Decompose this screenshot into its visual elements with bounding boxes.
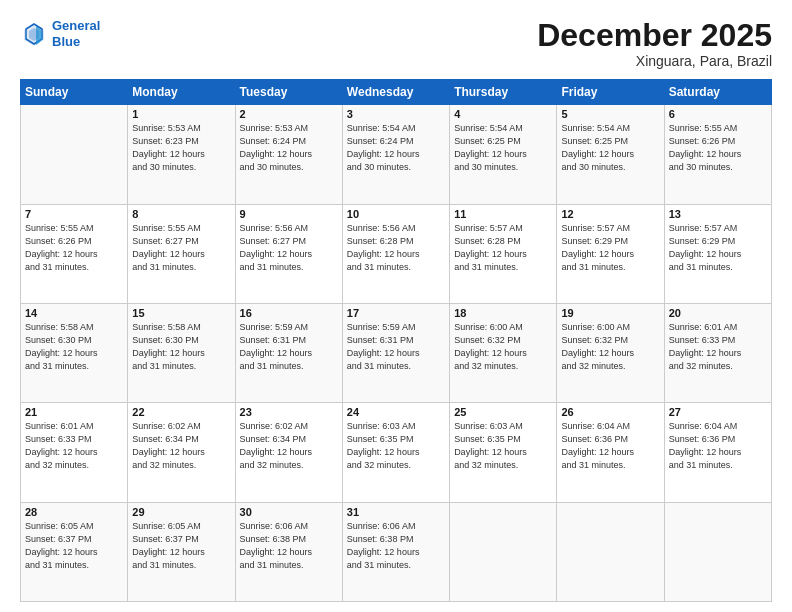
day-info: Sunrise: 5:59 AMSunset: 6:31 PMDaylight:… [240,321,338,373]
calendar-cell: 18Sunrise: 6:00 AMSunset: 6:32 PMDayligh… [450,303,557,402]
day-number: 12 [561,208,659,220]
day-number: 13 [669,208,767,220]
week-row-1: 1Sunrise: 5:53 AMSunset: 6:23 PMDaylight… [21,105,772,204]
calendar-cell: 6Sunrise: 5:55 AMSunset: 6:26 PMDaylight… [664,105,771,204]
month-title: December 2025 [537,18,772,53]
day-number: 21 [25,406,123,418]
calendar-cell: 13Sunrise: 5:57 AMSunset: 6:29 PMDayligh… [664,204,771,303]
calendar-cell: 19Sunrise: 6:00 AMSunset: 6:32 PMDayligh… [557,303,664,402]
calendar-cell: 17Sunrise: 5:59 AMSunset: 6:31 PMDayligh… [342,303,449,402]
calendar-cell [557,502,664,601]
day-info: Sunrise: 5:58 AMSunset: 6:30 PMDaylight:… [132,321,230,373]
day-info: Sunrise: 5:57 AMSunset: 6:29 PMDaylight:… [561,222,659,274]
day-info: Sunrise: 6:03 AMSunset: 6:35 PMDaylight:… [347,420,445,472]
day-info: Sunrise: 5:55 AMSunset: 6:26 PMDaylight:… [669,122,767,174]
day-info: Sunrise: 5:53 AMSunset: 6:23 PMDaylight:… [132,122,230,174]
day-number: 16 [240,307,338,319]
day-info: Sunrise: 6:04 AMSunset: 6:36 PMDaylight:… [561,420,659,472]
calendar-cell: 4Sunrise: 5:54 AMSunset: 6:25 PMDaylight… [450,105,557,204]
calendar-cell: 30Sunrise: 6:06 AMSunset: 6:38 PMDayligh… [235,502,342,601]
day-number: 26 [561,406,659,418]
day-number: 20 [669,307,767,319]
day-number: 28 [25,506,123,518]
calendar-cell: 22Sunrise: 6:02 AMSunset: 6:34 PMDayligh… [128,403,235,502]
calendar-cell: 7Sunrise: 5:55 AMSunset: 6:26 PMDaylight… [21,204,128,303]
logo: General Blue [20,18,100,49]
day-info: Sunrise: 5:55 AMSunset: 6:26 PMDaylight:… [25,222,123,274]
calendar-cell: 26Sunrise: 6:04 AMSunset: 6:36 PMDayligh… [557,403,664,502]
week-row-2: 7Sunrise: 5:55 AMSunset: 6:26 PMDaylight… [21,204,772,303]
day-number: 30 [240,506,338,518]
day-info: Sunrise: 5:55 AMSunset: 6:27 PMDaylight:… [132,222,230,274]
calendar-cell: 11Sunrise: 5:57 AMSunset: 6:28 PMDayligh… [450,204,557,303]
calendar-cell: 27Sunrise: 6:04 AMSunset: 6:36 PMDayligh… [664,403,771,502]
day-info: Sunrise: 5:56 AMSunset: 6:28 PMDaylight:… [347,222,445,274]
title-block: December 2025 Xinguara, Para, Brazil [537,18,772,69]
day-number: 10 [347,208,445,220]
calendar-cell: 5Sunrise: 5:54 AMSunset: 6:25 PMDaylight… [557,105,664,204]
day-number: 29 [132,506,230,518]
header: General Blue December 2025 Xinguara, Par… [20,18,772,69]
day-info: Sunrise: 5:59 AMSunset: 6:31 PMDaylight:… [347,321,445,373]
day-number: 27 [669,406,767,418]
day-number: 4 [454,108,552,120]
day-header-monday: Monday [128,80,235,105]
day-number: 25 [454,406,552,418]
calendar-cell: 31Sunrise: 6:06 AMSunset: 6:38 PMDayligh… [342,502,449,601]
day-info: Sunrise: 6:02 AMSunset: 6:34 PMDaylight:… [132,420,230,472]
day-info: Sunrise: 6:00 AMSunset: 6:32 PMDaylight:… [561,321,659,373]
day-info: Sunrise: 6:02 AMSunset: 6:34 PMDaylight:… [240,420,338,472]
day-info: Sunrise: 5:58 AMSunset: 6:30 PMDaylight:… [25,321,123,373]
day-number: 18 [454,307,552,319]
day-header-thursday: Thursday [450,80,557,105]
day-info: Sunrise: 6:05 AMSunset: 6:37 PMDaylight:… [25,520,123,572]
day-number: 3 [347,108,445,120]
day-info: Sunrise: 6:05 AMSunset: 6:37 PMDaylight:… [132,520,230,572]
day-header-wednesday: Wednesday [342,80,449,105]
day-info: Sunrise: 6:00 AMSunset: 6:32 PMDaylight:… [454,321,552,373]
day-number: 22 [132,406,230,418]
calendar-cell: 8Sunrise: 5:55 AMSunset: 6:27 PMDaylight… [128,204,235,303]
day-number: 15 [132,307,230,319]
calendar-cell [450,502,557,601]
day-number: 19 [561,307,659,319]
day-info: Sunrise: 6:01 AMSunset: 6:33 PMDaylight:… [669,321,767,373]
day-info: Sunrise: 5:54 AMSunset: 6:24 PMDaylight:… [347,122,445,174]
day-header-sunday: Sunday [21,80,128,105]
location: Xinguara, Para, Brazil [537,53,772,69]
logo-icon [20,20,48,48]
day-info: Sunrise: 6:01 AMSunset: 6:33 PMDaylight:… [25,420,123,472]
day-info: Sunrise: 6:06 AMSunset: 6:38 PMDaylight:… [240,520,338,572]
day-info: Sunrise: 6:04 AMSunset: 6:36 PMDaylight:… [669,420,767,472]
day-number: 14 [25,307,123,319]
day-number: 23 [240,406,338,418]
day-number: 2 [240,108,338,120]
day-header-saturday: Saturday [664,80,771,105]
week-row-4: 21Sunrise: 6:01 AMSunset: 6:33 PMDayligh… [21,403,772,502]
day-header-friday: Friday [557,80,664,105]
day-number: 8 [132,208,230,220]
calendar-cell: 10Sunrise: 5:56 AMSunset: 6:28 PMDayligh… [342,204,449,303]
day-info: Sunrise: 6:03 AMSunset: 6:35 PMDaylight:… [454,420,552,472]
week-row-5: 28Sunrise: 6:05 AMSunset: 6:37 PMDayligh… [21,502,772,601]
day-info: Sunrise: 5:57 AMSunset: 6:28 PMDaylight:… [454,222,552,274]
day-number: 11 [454,208,552,220]
calendar-header-row: SundayMondayTuesdayWednesdayThursdayFrid… [21,80,772,105]
calendar-cell: 24Sunrise: 6:03 AMSunset: 6:35 PMDayligh… [342,403,449,502]
calendar-cell: 14Sunrise: 5:58 AMSunset: 6:30 PMDayligh… [21,303,128,402]
calendar-table: SundayMondayTuesdayWednesdayThursdayFrid… [20,79,772,602]
day-number: 6 [669,108,767,120]
day-number: 7 [25,208,123,220]
day-info: Sunrise: 5:57 AMSunset: 6:29 PMDaylight:… [669,222,767,274]
calendar-cell: 9Sunrise: 5:56 AMSunset: 6:27 PMDaylight… [235,204,342,303]
day-number: 31 [347,506,445,518]
calendar-cell: 12Sunrise: 5:57 AMSunset: 6:29 PMDayligh… [557,204,664,303]
calendar-cell: 20Sunrise: 6:01 AMSunset: 6:33 PMDayligh… [664,303,771,402]
day-info: Sunrise: 5:56 AMSunset: 6:27 PMDaylight:… [240,222,338,274]
day-number: 5 [561,108,659,120]
day-number: 24 [347,406,445,418]
day-number: 17 [347,307,445,319]
calendar-cell: 21Sunrise: 6:01 AMSunset: 6:33 PMDayligh… [21,403,128,502]
day-header-tuesday: Tuesday [235,80,342,105]
calendar-cell: 2Sunrise: 5:53 AMSunset: 6:24 PMDaylight… [235,105,342,204]
